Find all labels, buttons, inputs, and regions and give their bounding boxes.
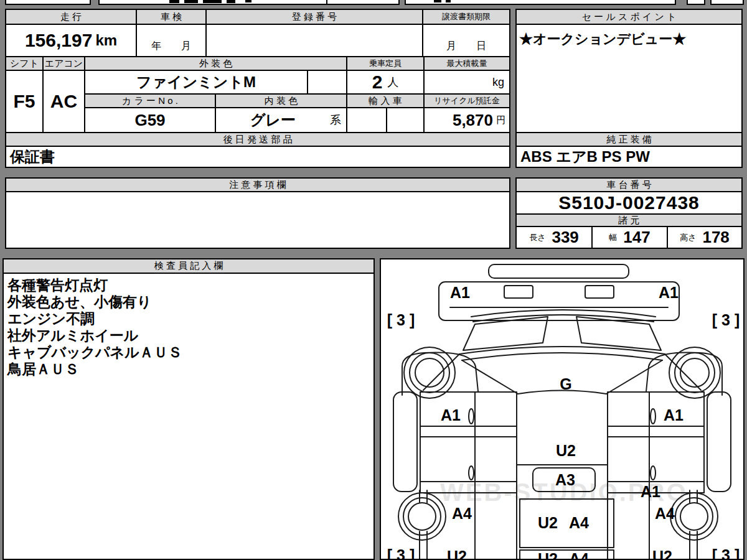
inspector-line: 社外アルミホイール [7,327,182,344]
aircon-value: AC [42,70,85,133]
later-parts-header: 後 日 発 送 部 品 [5,132,510,147]
chassis-block: 車 台 番 号 S510J-0027438 諸 元 長さ339 幅147 高さ1… [515,177,743,249]
truck-outline-drawing [381,259,743,559]
max-load-value: kg [423,70,510,95]
damage-label-cab-back-a3: A3 [555,471,575,489]
genuine-equipment-header: 純 正 装 備 [515,132,743,147]
interior-color-header: 内 装 色 [215,93,347,108]
inspection-value: 年 月 [136,24,207,57]
capacity-value: 2人 [346,70,425,95]
color-no-value: G59 [84,107,216,133]
cropped-cell [687,0,705,5]
spec-height: 高さ178 [667,226,743,249]
exterior-color-value: ファインミントM [84,70,308,95]
spec-length: 長さ339 [515,226,593,249]
import-cell-2 [386,107,425,133]
sales-point-block: セ ー ル ス ポ イ ン ト ★オークションデビュー★ 純 正 装 備 ABS… [515,9,743,168]
damage-label-cab-back-u2: U2 [556,442,576,460]
mileage-value: 156,197km [5,24,137,57]
damage-diagram: WEB-STUDIO.PRO [380,258,745,560]
transfer-deadline-value: 月 日 [422,24,510,57]
inspector-body: 各種警告灯点灯 外装色あせ、小傷有り エンジン不調 社外アルミホイール キャブバ… [2,273,375,560]
shift-header: シフト [5,56,44,71]
inspector-line: 鳥居ＡＵＳ [7,361,182,378]
damage-label-windshield-g: G [560,375,571,393]
exterior-color-sub-cell [307,70,347,95]
aircon-header: エアコン [42,56,85,71]
shift-value: F5 [5,70,44,133]
registration-value [205,24,423,57]
genuine-equipment-value: ABS エアB PS PW [515,146,743,168]
inspector-block: 検 査 員 記 入 欄 各種警告灯点灯 外装色あせ、小傷有り エンジン不調 社外… [2,258,375,560]
spec-width: 幅147 [591,226,668,249]
damage-label-rear-tire-right: [ 3 ] [712,546,740,560]
registration-header: 登 録 番 号 [205,9,423,25]
import-header: 輸 入 車 [346,93,425,108]
damage-label-rear-wheel-left-a4: A4 [452,505,472,523]
damage-label-bed-right-a1: A1 [641,483,660,501]
inspector-line: 各種警告灯点灯 [7,277,182,294]
max-load-header: 最大積載量 [423,56,510,71]
damage-label-rear-wheel-right-a4: A4 [655,505,675,523]
sales-point-header: セ ー ル ス ポ イ ン ト [515,9,743,25]
damage-label-tail-a4: A4 [569,550,589,560]
damage-label-bed-center-u2: U2 [538,514,558,532]
auction-sheet: 走 行 車 検 登 録 番 号 譲渡書類期限 156,197km 年 月 月 日… [0,0,747,560]
chassis-value: S510J-0027438 [515,191,743,215]
later-parts-value: 保証書 [5,146,510,168]
inspection-header: 車 検 [136,9,207,25]
import-cell-1 [346,107,387,133]
damage-label-front-tire-right: [ 3 ] [712,311,740,329]
notes-header: 注 意 事 項 欄 [5,177,510,192]
chassis-header: 車 台 番 号 [515,177,743,192]
transfer-deadline-header: 譲渡書類期限 [422,9,510,25]
inspector-header: 検 査 員 記 入 欄 [2,258,375,274]
specs-header: 諸 元 [515,213,743,227]
damage-label-tail-u2: U2 [538,550,558,560]
damage-label-rear-right-u2: U2 [652,548,672,560]
damage-label-front-bumper-right: A1 [659,284,679,302]
recycle-deposit-header: リサイクル預託金 [423,93,510,108]
color-no-header: カ ラ ー N o . [84,93,216,108]
recycle-deposit-value: 5,870円 [423,107,510,133]
damage-label-door-left-a1: A1 [441,406,461,424]
cropped-cell [326,0,400,5]
capacity-header: 乗車定員 [346,56,425,71]
cropped-cell [710,0,744,5]
sales-point-value: ★オークションデビュー★ [515,24,743,133]
notes-block: 注 意 事 項 欄 [5,177,510,249]
mileage-header: 走 行 [5,9,137,25]
damage-label-bed-center-a4: A4 [569,514,589,532]
interior-color-value: グレー 系 [215,107,347,133]
inspector-line: エンジン不調 [7,310,182,327]
exterior-color-header: 外 装 色 [84,56,347,71]
damage-label-front-bumper-left: A1 [450,284,470,302]
cropped-cell [5,0,91,5]
info-table: 走 行 車 検 登 録 番 号 譲渡書類期限 156,197km 年 月 月 日… [5,9,510,168]
damage-label-rear-left-u2: U2 [447,548,467,560]
inspector-line: 外装色あせ、小傷有り [7,294,182,310]
notes-body [5,191,510,249]
inspector-line: キャブバックパネルＡＵＳ [7,344,182,361]
damage-label-rear-tire-left: [ 3 ] [387,546,415,560]
damage-label-front-tire-left: [ 3 ] [387,311,415,329]
damage-label-door-right-a1: A1 [664,406,684,424]
